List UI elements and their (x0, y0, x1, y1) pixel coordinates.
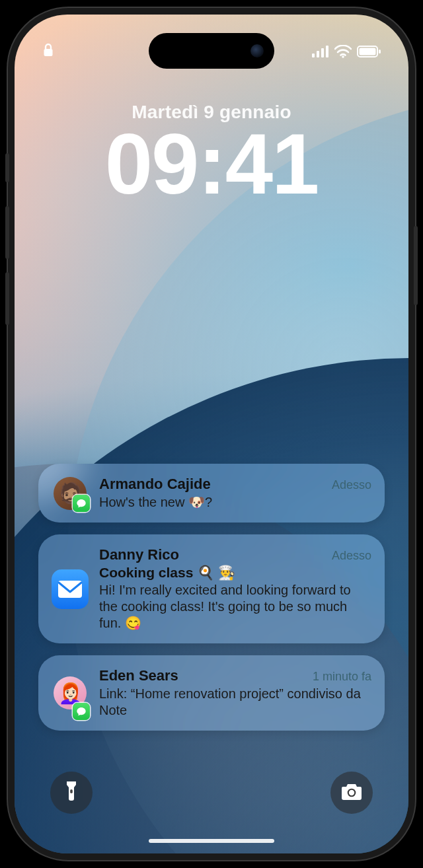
notification-item[interactable]: Danny Rico Adesso Cooking class 🍳 👨‍🍳 Hi… (38, 534, 385, 643)
svg-rect-0 (44, 49, 53, 56)
volume-up-button[interactable] (5, 206, 9, 259)
camera-button[interactable] (330, 772, 373, 814)
lock-screen[interactable]: Martedì 9 gennaio 09:41 🧔🏽 Armando Cajid… (15, 15, 408, 853)
mail-app-icon (52, 569, 89, 609)
power-button[interactable] (414, 226, 418, 305)
volume-down-button[interactable] (5, 272, 9, 325)
flashlight-button[interactable] (50, 772, 93, 814)
notification-item[interactable]: 👩🏻‍🦰 Eden Sears 1 minuto fa Link: “Home … (38, 655, 385, 731)
cellular-signal-icon (312, 46, 329, 57)
svg-rect-7 (360, 48, 376, 55)
notification-avatar: 👩🏻‍🦰 (52, 667, 89, 719)
svg-rect-4 (326, 46, 328, 57)
battery-icon (357, 46, 381, 57)
wifi-icon (334, 45, 352, 58)
notification-timestamp: Adesso (332, 549, 371, 563)
svg-rect-8 (379, 50, 381, 54)
svg-rect-9 (58, 581, 82, 598)
notification-item[interactable]: 🧔🏽 Armando Cajide Adesso How's the new 🐶… (38, 464, 385, 523)
svg-rect-1 (312, 54, 315, 57)
avatar-emoji: 👩🏻‍🦰 (58, 682, 83, 705)
home-indicator[interactable] (149, 839, 274, 843)
svg-point-5 (342, 55, 344, 58)
svg-rect-3 (321, 48, 324, 57)
svg-rect-2 (317, 51, 319, 57)
messages-app-badge-icon (73, 495, 90, 512)
notification-subject: Cooking class 🍳 👨‍🍳 (99, 565, 371, 581)
notification-sender: Armando Cajide (99, 476, 211, 493)
phone-frame: Martedì 9 gennaio 09:41 🧔🏽 Armando Cajid… (8, 8, 415, 860)
camera-icon (340, 782, 363, 803)
dynamic-island[interactable] (149, 33, 274, 69)
lockscreen-time: 09:41 (15, 119, 408, 209)
svg-point-12 (349, 790, 354, 795)
notification-avatar: 🧔🏽 (52, 476, 89, 511)
messages-app-badge-icon (73, 703, 90, 720)
notification-timestamp: Adesso (332, 478, 371, 492)
flashlight-icon (63, 780, 80, 805)
notification-list: 🧔🏽 Armando Cajide Adesso How's the new 🐶… (38, 464, 385, 731)
notification-timestamp: 1 minuto fa (313, 670, 371, 684)
notification-app-icon (52, 546, 89, 632)
notification-body: Link: “Home renovation project” condivis… (99, 686, 371, 719)
notification-sender: Danny Rico (99, 546, 179, 563)
notification-sender: Eden Sears (99, 667, 178, 684)
notification-body: Hi! I'm really excited and looking forwa… (99, 582, 371, 632)
silence-switch[interactable] (5, 153, 9, 182)
lock-icon (42, 43, 54, 60)
notification-body: How's the new 🐶? (99, 494, 371, 511)
svg-rect-10 (70, 789, 73, 793)
